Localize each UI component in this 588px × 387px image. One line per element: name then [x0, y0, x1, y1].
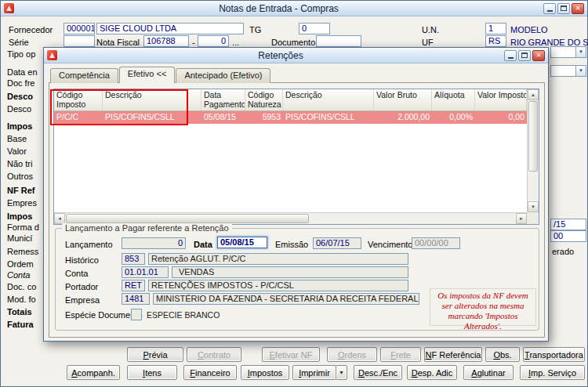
maximize-button[interactable]: [557, 3, 570, 14]
lancamento-field[interactable]: 0: [122, 237, 186, 249]
cell-descricao-natureza: PIS/COFINS/CSLL: [283, 111, 374, 124]
maximize-icon: [561, 5, 567, 11]
fornecedor-code-field[interactable]: 000001: [64, 23, 95, 34]
efetivar-nf-button[interactable]: Efetivar NF: [262, 347, 320, 362]
vencimento-label: Vencimento: [368, 240, 412, 249]
impostos-button[interactable]: Impostos: [241, 365, 289, 380]
ordens-button[interactable]: Ordens: [327, 347, 377, 362]
warning-text: Os impostos da NF devem ser alterados na…: [430, 288, 536, 326]
left-label: Doc. co: [7, 282, 36, 291]
tab-strip: Competência Efetivo << Antecipado (Efeti…: [50, 67, 271, 83]
column-header-valor-imposto[interactable]: Valor Imposto: [475, 89, 527, 110]
transportadora-button[interactable]: Transportadora: [523, 347, 585, 362]
column-header-codigo-natureza[interactable]: Código Natureza: [245, 89, 283, 110]
imprimir-button[interactable]: Imprimir: [292, 365, 336, 380]
un-field[interactable]: 1: [485, 23, 506, 34]
column-header-aliquota[interactable]: Alíquota: [432, 89, 475, 110]
itens-button[interactable]: Itens: [127, 365, 177, 380]
grid-row-selected[interactable]: P/C/C PIS/COFINS/CSLL 05/08/15 5953 PIS/…: [54, 111, 527, 124]
left-label: Desco: [7, 92, 33, 101]
dialog-close-button[interactable]: ✕: [532, 50, 545, 61]
tg-field[interactable]: 0: [299, 23, 330, 34]
nf-referencia-button[interactable]: NF Referência: [424, 347, 482, 362]
cell-aliquota: 0,00%: [432, 111, 475, 124]
desp-adic-button[interactable]: Desp. Adic: [407, 365, 457, 380]
desc-enc-button[interactable]: Desc./Enc: [354, 365, 402, 380]
frete-button[interactable]: Frete: [380, 347, 421, 362]
previa-button[interactable]: Prévia: [127, 347, 183, 362]
left-label: Data en: [7, 67, 38, 77]
left-label: Totais: [7, 307, 32, 316]
lookup-button[interactable]: ...: [232, 38, 239, 47]
left-label: Mod. fo: [7, 295, 36, 304]
combo-fragment[interactable]: ▼: [550, 46, 586, 58]
especie-checkbox[interactable]: [131, 309, 142, 320]
dialog-maximize-button[interactable]: [518, 50, 531, 61]
scroll-right-icon[interactable]: ►: [516, 213, 527, 224]
historico-label: Histórico: [65, 255, 99, 265]
left-label: Empres: [7, 198, 37, 208]
scroll-left-icon[interactable]: ◄: [54, 213, 65, 224]
grid-header: Código Imposto Descrição Data Pagamento …: [54, 89, 527, 111]
tab-competencia[interactable]: Competência: [50, 68, 118, 83]
fornecedor-name-field[interactable]: SIGE CLOUD LTDA: [96, 23, 244, 34]
nota-fiscal-field[interactable]: 106788: [143, 35, 189, 47]
tab-efetivo[interactable]: Efetivo <<: [119, 67, 176, 83]
aglutinar-button[interactable]: Aglutinar: [463, 365, 514, 380]
obs-button[interactable]: Obs.: [485, 347, 520, 362]
column-header-data-pagamento[interactable]: Data Pagamento: [201, 89, 245, 110]
main-window-title: Notas de Entrada - Compras: [16, 3, 541, 14]
contrato-button[interactable]: Contrato: [187, 347, 241, 362]
cell-descricao: PIS/COFINS/CSLL: [103, 111, 201, 124]
close-button[interactable]: ✕: [572, 3, 584, 14]
imprimir-dropdown-icon[interactable]: ▼: [336, 365, 347, 380]
financeiro-button[interactable]: Financeiro: [183, 365, 237, 380]
tab-antecipado-efetivo[interactable]: Antecipado (Efetivo): [176, 68, 270, 83]
acompanh-button[interactable]: Acompanh.: [67, 365, 120, 380]
date-field-fragment[interactable]: /15: [550, 219, 586, 230]
dialog-title: Retenções: [60, 50, 502, 61]
horizontal-scrollbar: ◄ ►: [54, 212, 527, 224]
retencoes-dialog: Retenções ✕ Competência Efetivo << Antec…: [43, 47, 549, 342]
scroll-up-icon[interactable]: ▲: [528, 89, 539, 100]
empresa-code-field[interactable]: 1481: [122, 293, 150, 305]
left-label: NF Ref: [7, 186, 34, 195]
tab-panel-efetivo: Código Imposto Descrição Data Pagamento …: [49, 82, 545, 338]
data-field[interactable]: 05/08/15: [217, 237, 267, 248]
label-fragment: erado: [552, 247, 574, 256]
combo-fragment[interactable]: ▼: [550, 65, 586, 77]
un-label: U.N.: [422, 25, 439, 34]
imp-servico-button[interactable]: Imp. Serviço: [520, 365, 585, 380]
portador-code-field[interactable]: RET: [122, 280, 145, 291]
column-header-valor-bruto[interactable]: Valor Bruto: [374, 89, 432, 110]
minimize-button[interactable]: [543, 3, 556, 14]
nota-fiscal-label: Nota Fiscal: [96, 38, 140, 47]
vencimento-field[interactable]: 00/00/00: [412, 237, 460, 249]
column-header-descricao-natureza[interactable]: Descrição: [283, 89, 374, 110]
cell-codigo-natureza: 5953: [245, 111, 283, 124]
historico-desc-field: Retenção AGLUT. P/C/C: [148, 253, 408, 265]
scroll-down-icon[interactable]: ▼: [528, 201, 539, 212]
value-field-fragment[interactable]: 00: [550, 230, 586, 242]
chevron-down-icon[interactable]: ▼: [575, 47, 586, 57]
serie-field[interactable]: [64, 35, 95, 47]
column-header-codigo-imposto[interactable]: Código Imposto: [54, 89, 103, 110]
left-label: Remess: [7, 247, 38, 256]
horizontal-scroll-thumb[interactable]: [66, 214, 309, 223]
historico-code-field[interactable]: 853: [122, 253, 145, 265]
documento-field[interactable]: [316, 35, 361, 47]
app-icon: [47, 50, 57, 60]
column-header-descricao[interactable]: Descrição: [103, 89, 201, 110]
emissao-field[interactable]: 06/07/15: [313, 237, 361, 249]
uf-field[interactable]: RS: [485, 35, 506, 47]
chevron-down-icon[interactable]: ▼: [575, 66, 586, 76]
groupbox-title: Lançamento a Pagar referente a Retenção: [62, 223, 232, 233]
dialog-minimize-button[interactable]: [504, 50, 517, 61]
conta-code-field[interactable]: 01.01.01: [122, 266, 169, 278]
minimize-icon: [508, 57, 514, 59]
especie-value: ESPECIE BRANCO: [147, 310, 220, 320]
nota-fiscal-sub-field[interactable]: 0: [198, 35, 229, 47]
vertical-scroll-thumb[interactable]: [528, 101, 538, 172]
left-label: Impos: [7, 212, 32, 221]
left-label: Não tri: [7, 159, 32, 168]
